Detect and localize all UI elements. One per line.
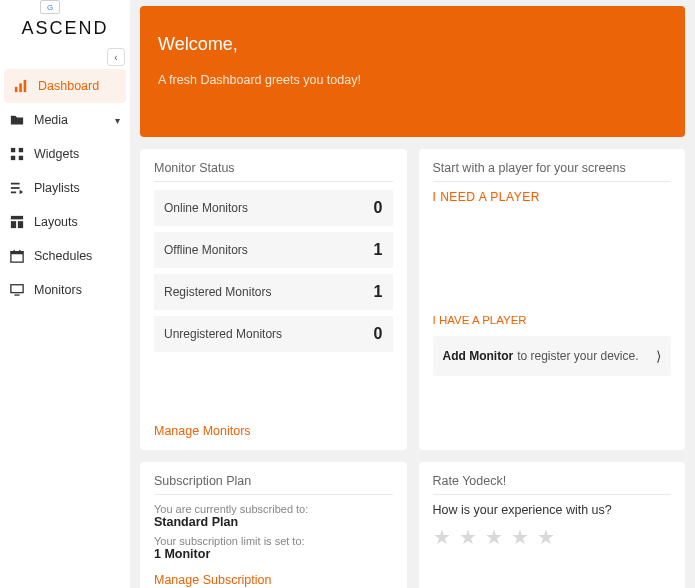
- sidebar-item-media[interactable]: Media ▾: [0, 103, 130, 137]
- sidebar-collapse-toggle[interactable]: ‹: [107, 48, 125, 66]
- card-title: Rate Yodeck!: [433, 474, 672, 495]
- monitor-row-offline: Offline Monitors 1: [154, 232, 393, 268]
- svg-rect-4: [19, 148, 23, 152]
- svg-rect-11: [11, 221, 16, 228]
- rating-question: How is your experience with us?: [433, 503, 672, 517]
- card-title: Monitor Status: [154, 161, 393, 182]
- sidebar-item-label: Layouts: [34, 215, 78, 229]
- row-label: Offline Monitors: [164, 243, 248, 257]
- sidebar-nav: Dashboard Media ▾ Widgets Playlists: [0, 69, 130, 307]
- welcome-subtitle: A fresh Dashboard greets you today!: [158, 73, 667, 87]
- add-monitor-row[interactable]: Add Monitor to register your device. ⟩: [433, 336, 672, 376]
- row-value: 0: [374, 325, 383, 343]
- logo-area: G ASCEND ‹: [0, 0, 130, 51]
- add-monitor-text: to register your device.: [517, 349, 638, 363]
- monitor-row-online: Online Monitors 0: [154, 190, 393, 226]
- card-title: Start with a player for your screens: [433, 161, 672, 182]
- widgets-icon: [10, 147, 24, 161]
- row-label: Online Monitors: [164, 201, 248, 215]
- sidebar-item-label: Schedules: [34, 249, 92, 263]
- subscription-line2: Your subscription limit is set to:: [154, 535, 393, 547]
- sidebar-item-label: Widgets: [34, 147, 79, 161]
- svg-rect-5: [11, 156, 15, 160]
- monitor-icon: [10, 283, 24, 297]
- start-player-card: Start with a player for your screens I N…: [419, 149, 686, 450]
- sidebar-item-widgets[interactable]: Widgets: [0, 137, 130, 171]
- layouts-icon: [10, 215, 24, 229]
- manage-monitors-link[interactable]: Manage Monitors: [154, 424, 251, 438]
- monitor-status-card: Monitor Status Online Monitors 0 Offline…: [140, 149, 407, 450]
- rating-card: Rate Yodeck! How is your experience with…: [419, 462, 686, 588]
- need-player-link[interactable]: I NEED A PLAYER: [433, 190, 672, 204]
- svg-rect-10: [11, 216, 23, 220]
- manage-subscription-link[interactable]: Manage Subscription: [154, 573, 271, 587]
- sidebar-item-label: Media: [34, 113, 68, 127]
- row-value: 1: [374, 283, 383, 301]
- svg-rect-17: [11, 285, 23, 293]
- rating-stars: ★ ★ ★ ★ ★: [433, 525, 672, 549]
- welcome-title: Welcome,: [158, 34, 667, 55]
- svg-rect-0: [15, 87, 18, 92]
- translate-badge-icon: G: [40, 0, 60, 14]
- sidebar-item-label: Dashboard: [38, 79, 99, 93]
- chevron-left-icon: ‹: [114, 52, 117, 63]
- sidebar-item-label: Playlists: [34, 181, 80, 195]
- star-1[interactable]: ★: [433, 525, 451, 549]
- sidebar-item-schedules[interactable]: Schedules: [0, 239, 130, 273]
- main-content: Welcome, A fresh Dashboard greets you to…: [130, 0, 695, 588]
- svg-rect-9: [11, 192, 16, 194]
- svg-rect-2: [24, 80, 27, 92]
- subscription-plan: Standard Plan: [154, 515, 393, 529]
- dashboard-icon: [14, 79, 28, 93]
- chevron-down-icon: ▾: [115, 115, 120, 126]
- svg-rect-15: [14, 250, 15, 253]
- monitor-row-registered: Registered Monitors 1: [154, 274, 393, 310]
- have-player-label: I HAVE A PLAYER: [433, 314, 672, 326]
- sidebar: G ASCEND ‹ Dashboard Media ▾: [0, 0, 130, 588]
- folder-icon: [10, 113, 24, 127]
- svg-rect-7: [11, 183, 20, 185]
- sidebar-item-layouts[interactable]: Layouts: [0, 205, 130, 239]
- monitor-row-unregistered: Unregistered Monitors 0: [154, 316, 393, 352]
- star-2[interactable]: ★: [459, 525, 477, 549]
- subscription-card: Subscription Plan You are currently subs…: [140, 462, 407, 588]
- row-value: 1: [374, 241, 383, 259]
- svg-rect-6: [19, 156, 23, 160]
- calendar-icon: [10, 249, 24, 263]
- playlist-icon: [10, 181, 24, 195]
- brand-logo: ASCEND: [8, 18, 122, 39]
- subscription-limit: 1 Monitor: [154, 547, 393, 561]
- svg-rect-18: [14, 294, 19, 295]
- subscription-line1: You are currently subscribed to:: [154, 503, 393, 515]
- row-label: Registered Monitors: [164, 285, 271, 299]
- row-value: 0: [374, 199, 383, 217]
- svg-rect-3: [11, 148, 15, 152]
- sidebar-item-dashboard[interactable]: Dashboard: [4, 69, 126, 103]
- sidebar-item-monitors[interactable]: Monitors: [0, 273, 130, 307]
- card-title: Subscription Plan: [154, 474, 393, 495]
- add-monitor-bold: Add Monitor: [443, 349, 514, 363]
- arrow-right-icon: ⟩: [656, 348, 661, 364]
- row-label: Unregistered Monitors: [164, 327, 282, 341]
- svg-rect-1: [19, 83, 22, 92]
- svg-rect-8: [11, 187, 20, 189]
- svg-rect-16: [19, 250, 20, 253]
- welcome-banner: Welcome, A fresh Dashboard greets you to…: [140, 6, 685, 137]
- sidebar-item-playlists[interactable]: Playlists: [0, 171, 130, 205]
- star-3[interactable]: ★: [485, 525, 503, 549]
- svg-rect-14: [11, 252, 23, 255]
- sidebar-item-label: Monitors: [34, 283, 82, 297]
- star-4[interactable]: ★: [511, 525, 529, 549]
- star-5[interactable]: ★: [537, 525, 555, 549]
- svg-rect-12: [18, 221, 23, 228]
